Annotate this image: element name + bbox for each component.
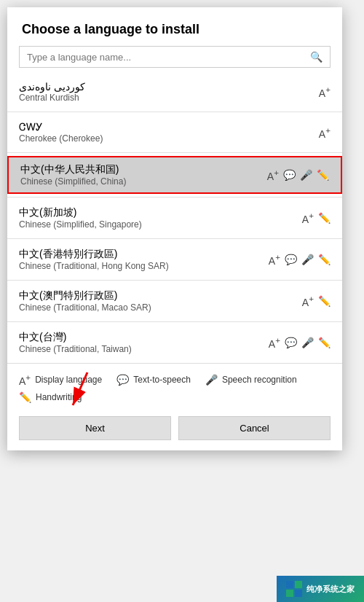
list-item[interactable]: 中文(新加坡) Chinese (Simplified, Singapore) … <box>7 200 342 235</box>
legend-handwriting: ✏️ Handwriting <box>19 391 82 403</box>
language-english: Chinese (Simplified, Singapore) <box>19 219 142 230</box>
svg-rect-3 <box>295 581 302 588</box>
language-text: 中文(台灣) Chinese (Traditional, Taiwan) <box>19 331 132 354</box>
handwriting-icon: ✏️ <box>318 295 331 307</box>
legend-text-to-speech: 💬 Text-to-speech <box>116 372 191 387</box>
legend-display-language: A+ Display language <box>19 372 102 387</box>
svg-rect-5 <box>295 590 302 597</box>
legend-hw-label: Handwriting <box>36 392 82 402</box>
language-text: 中文(中华人民共和国) Chinese (Simplified, China) <box>20 163 126 187</box>
legend-display-label: Display language <box>35 375 102 385</box>
speech-recognition-icon: 🎤 <box>301 254 314 265</box>
divider <box>7 280 342 281</box>
language-icons: A+ ✏️ <box>302 211 331 225</box>
language-native: ᏣᎳᎩ <box>19 121 103 133</box>
language-icons: A+ 💬 🎤 ✏️ <box>267 168 329 182</box>
dialog-title: Choose a language to install <box>7 7 342 46</box>
watermark: 纯净系统之家 <box>277 576 364 602</box>
language-icons: A+ 💬 🎤 ✏️ <box>269 335 331 350</box>
language-icons: A+ <box>319 125 331 140</box>
button-area: Next Cancel <box>7 409 342 450</box>
language-text: 中文(香港特別行政區) Chinese (Traditional, Hong K… <box>19 248 169 271</box>
display-language-icon: A+ <box>269 252 280 267</box>
divider <box>7 321 342 322</box>
divider <box>7 112 342 112</box>
list-item[interactable]: 中文(台灣) Chinese (Traditional, Taiwan) A+ … <box>7 325 342 360</box>
text-to-speech-legend-icon: 💬 <box>116 374 129 386</box>
language-native: 中文(台灣) <box>19 331 132 344</box>
language-english: Chinese (Simplified, China) <box>20 176 126 187</box>
language-icons: A+ 💬 🎤 ✏️ <box>269 252 331 267</box>
list-item[interactable]: 中文(香港特別行政區) Chinese (Traditional, Hong K… <box>7 242 342 277</box>
language-text: 中文(澳門特別行政區) Chinese (Traditional, Macao … <box>19 289 151 313</box>
display-language-icon: A+ <box>302 211 314 225</box>
list-item[interactable]: کوردیی ناوەندی Central Kurdish A+ <box>7 75 342 109</box>
legend-speech-recognition: 🎤 Speech recognition <box>205 372 297 387</box>
handwriting-icon: ✏️ <box>318 212 331 224</box>
language-english: Central Kurdish <box>19 93 85 103</box>
speech-recognition-icon: 🎤 <box>300 169 312 181</box>
language-native: 中文(澳門特別行政區) <box>19 289 151 302</box>
display-language-icon: A+ <box>267 168 279 182</box>
divider <box>7 152 342 153</box>
cancel-button[interactable]: Cancel <box>178 416 331 440</box>
text-to-speech-icon: 💬 <box>285 337 297 348</box>
language-english: Chinese (Traditional, Taiwan) <box>19 344 132 354</box>
text-to-speech-icon: 💬 <box>285 254 297 265</box>
legend-tts-label: Text-to-speech <box>133 375 191 385</box>
svg-rect-4 <box>286 590 293 597</box>
text-to-speech-icon: 💬 <box>283 169 296 181</box>
search-icon: 🔍 <box>310 51 323 63</box>
handwriting-icon: ✏️ <box>318 254 331 265</box>
list-item[interactable]: 中文(澳門特別行政區) Chinese (Traditional, Macao … <box>7 284 342 318</box>
language-text: ᏣᎳᎩ Cherokee (Cherokee) <box>19 121 103 144</box>
list-item[interactable]: ᏣᎳᎩ Cherokee (Cherokee) A+ <box>7 115 342 149</box>
handwriting-icon: ✏️ <box>318 337 331 348</box>
handwriting-icon: ✏️ <box>317 169 329 181</box>
search-input[interactable] <box>27 52 310 63</box>
language-text: کوردیی ناوەندی Central Kurdish <box>19 81 85 103</box>
language-english: Cherokee (Cherokee) <box>19 133 103 144</box>
language-english: Chinese (Traditional, Macao SAR) <box>19 302 151 313</box>
button-row: Next Cancel <box>7 409 342 450</box>
list-item-selected[interactable]: 中文(中华人民共和国) Chinese (Simplified, China) … <box>7 156 342 194</box>
language-list: کوردیی ناوەندی Central Kurdish A+ ᏣᎳᎩ Ch… <box>7 75 342 363</box>
svg-rect-2 <box>286 581 293 588</box>
language-english: Chinese (Traditional, Hong Kong SAR) <box>19 261 169 271</box>
display-language-icon: A+ <box>319 85 331 99</box>
speech-recognition-legend-icon: 🎤 <box>205 374 218 386</box>
speech-recognition-icon: 🎤 <box>301 337 314 348</box>
language-native: 中文(新加坡) <box>19 206 142 219</box>
handwriting-legend-icon: ✏️ <box>19 391 31 403</box>
divider <box>7 238 342 239</box>
search-bar[interactable]: 🔍 <box>19 46 331 68</box>
language-native: کوردیی ناوەندی <box>19 81 85 93</box>
language-native: 中文(中华人民共和国) <box>20 163 126 176</box>
language-text: 中文(新加坡) Chinese (Simplified, Singapore) <box>19 206 142 230</box>
language-icons: A+ ✏️ <box>302 294 331 308</box>
display-language-icon: A+ <box>319 125 331 140</box>
language-icons: A+ <box>319 85 331 99</box>
watermark-logo-icon <box>286 581 302 597</box>
watermark-text: 纯净系统之家 <box>306 584 355 595</box>
divider <box>7 197 342 198</box>
display-language-icon: A+ <box>302 294 314 308</box>
next-button[interactable]: Next <box>19 416 171 440</box>
display-language-legend-icon: A+ <box>19 372 31 387</box>
legend-section: A+ Display language 💬 Text-to-speech 🎤 S… <box>7 363 342 409</box>
legend-sr-label: Speech recognition <box>222 375 297 385</box>
display-language-icon: A+ <box>269 335 280 350</box>
language-install-dialog: Choose a language to install 🔍 کوردیی نا… <box>7 7 342 450</box>
language-native: 中文(香港特別行政區) <box>19 248 169 261</box>
